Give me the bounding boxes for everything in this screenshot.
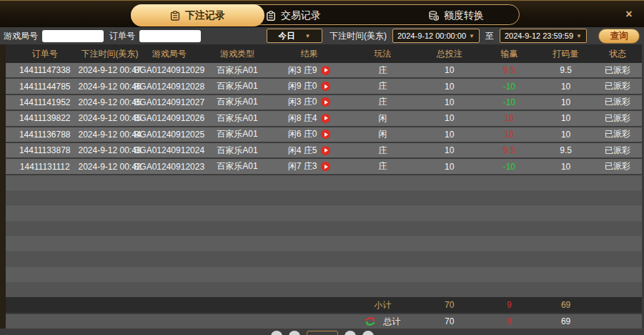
game-type: 百家乐A01 <box>203 127 272 142</box>
round-no: BGA01240912026 <box>136 111 203 125</box>
pagination-controls <box>271 331 374 335</box>
order-id: 14411136788 <box>6 127 84 142</box>
result-cell: 闲3 庄0 <box>272 95 347 110</box>
win-loss: 9.5 <box>480 143 538 157</box>
table-row: 14411141952 2024-9-12 00:45 BGA012409120… <box>6 95 642 110</box>
result-cell: 闲7 庄3 <box>272 159 347 173</box>
table-row: 14411139822 2024-9-12 00:45 BGA012409120… <box>6 111 642 125</box>
total-row: 总计 70 9 69 <box>6 314 642 329</box>
table-row: 14411131112 2024-9-12 00:42 BGA012409120… <box>6 159 642 173</box>
turnover: 9.5 <box>538 63 593 77</box>
order-no-input[interactable] <box>139 30 201 42</box>
round-no: BGA01240912024 <box>136 143 203 157</box>
empty-row <box>6 236 642 251</box>
play-video-icon[interactable] <box>321 146 330 155</box>
game-type: 百家乐A01 <box>203 95 272 110</box>
win-loss: 10 <box>480 111 538 125</box>
query-button[interactable]: 查询 <box>598 29 640 44</box>
subtotal-total-bet: 70 <box>419 297 480 313</box>
win-loss: -10 <box>480 159 538 173</box>
play-type: 庄 <box>347 159 419 173</box>
tab-bet-records-label: 下注记录 <box>185 9 225 22</box>
bet-time: 2024-9-12 00:43 <box>84 143 135 157</box>
date-to-select[interactable]: 2024-9-12 23:59:59 ▼ <box>500 29 587 43</box>
bet-time: 2024-9-12 00:44 <box>84 127 135 142</box>
total-bet: 10 <box>419 111 480 125</box>
result-text: 闲3 庄9 <box>288 64 317 77</box>
refresh-swap-icon[interactable] <box>365 317 376 326</box>
empty-rows-area <box>6 175 642 297</box>
play-video-icon[interactable] <box>321 66 330 75</box>
close-icon[interactable]: × <box>622 7 636 21</box>
first-page-button[interactable] <box>271 331 282 335</box>
play-video-icon[interactable] <box>321 82 330 91</box>
last-page-button[interactable] <box>362 331 374 335</box>
round-no: BGA01240912027 <box>136 95 203 110</box>
empty-row <box>6 190 642 205</box>
table-row: 14411147338 2024-9-12 00:47 BGA012409120… <box>6 63 642 77</box>
period-select[interactable]: 今日 ▼ <box>267 29 322 43</box>
result-cell: 闲8 庄4 <box>272 111 347 125</box>
tab-group: 下注记录 交易记录 $ 额度转换 <box>131 4 520 25</box>
total-bet: 10 <box>419 63 480 77</box>
col-turnover: 打码量 <box>538 44 593 63</box>
col-round-no: 游戏局号 <box>136 44 203 63</box>
turnover: 10 <box>538 111 593 125</box>
clipboard-icon <box>266 11 276 21</box>
status: 已派彩 <box>593 63 642 77</box>
left-edge-strip <box>0 44 6 335</box>
chevron-down-icon: ▼ <box>305 33 311 39</box>
result-cell: 闲6 庄0 <box>272 127 347 142</box>
table-row: 14411136788 2024-9-12 00:44 BGA012409120… <box>6 127 642 142</box>
empty-row <box>6 221 642 236</box>
status: 已派彩 <box>593 143 642 157</box>
empty-row <box>6 282 642 297</box>
round-no: BGA01240912025 <box>136 127 203 142</box>
status: 已派彩 <box>593 127 642 142</box>
status: 已派彩 <box>593 111 642 125</box>
result-cell: 闲3 庄9 <box>272 63 347 77</box>
date-from-select[interactable]: 2024-9-12 00:00:00 ▼ <box>392 29 480 43</box>
result-text: 闲4 庄5 <box>288 145 317 157</box>
empty-row <box>6 267 642 282</box>
game-type: 百家乐A01 <box>203 63 272 77</box>
page-number-input[interactable] <box>307 331 338 335</box>
filter-bar: 游戏局号 订单号 今日 ▼ 下注时间(美东) 2024-9-12 00:00:0… <box>0 27 644 44</box>
win-loss: -10 <box>480 79 538 93</box>
play-type: 闲 <box>347 127 419 142</box>
status: 已派彩 <box>593 95 642 110</box>
table-row: 14411133878 2024-9-12 00:43 BGA012409120… <box>6 143 642 157</box>
prev-page-button[interactable] <box>289 331 300 335</box>
play-type: 庄 <box>347 63 419 77</box>
chevron-down-icon: ▼ <box>469 33 475 39</box>
table-row: 14411144785 2024-9-12 00:46 BGA012409120… <box>6 79 642 93</box>
table-header: 订单号 下注时间(美东) 游戏局号 游戏类型 结果 玩法 总投注 输赢 打码量 … <box>6 44 642 63</box>
game-round-input[interactable] <box>42 30 104 42</box>
total-bet: 10 <box>419 143 480 157</box>
total-bet: 10 <box>419 159 480 173</box>
col-result: 结果 <box>272 44 347 63</box>
coins-icon: $ <box>429 11 439 21</box>
play-video-icon[interactable] <box>321 114 330 123</box>
result-text: 闲6 庄0 <box>288 128 317 140</box>
total-win-loss: 9 <box>480 314 538 329</box>
play-video-icon[interactable] <box>321 97 330 107</box>
bet-time: 2024-9-12 00:42 <box>84 159 135 173</box>
play-type: 庄 <box>347 95 419 110</box>
play-video-icon[interactable] <box>321 130 330 139</box>
order-id: 14411141952 <box>6 95 84 110</box>
subtotal-label: 小计 <box>347 297 419 313</box>
result-text: 闲7 庄3 <box>288 160 317 173</box>
tab-credit-transfer-label: 额度转换 <box>444 9 484 22</box>
col-play: 玩法 <box>347 44 419 63</box>
bet-time: 2024-9-12 00:45 <box>84 95 135 110</box>
empty-row <box>6 251 642 266</box>
play-video-icon[interactable] <box>321 162 330 171</box>
tab-bet-records[interactable]: 下注记录 <box>131 4 264 26</box>
tab-credit-transfer[interactable]: $ 额度转换 <box>429 5 484 26</box>
pagination-bar <box>0 329 644 335</box>
tab-transaction-records[interactable]: 交易记录 <box>266 5 321 26</box>
total-total-bet: 70 <box>419 314 480 329</box>
win-loss: 10 <box>480 127 538 142</box>
next-page-button[interactable] <box>345 331 356 335</box>
